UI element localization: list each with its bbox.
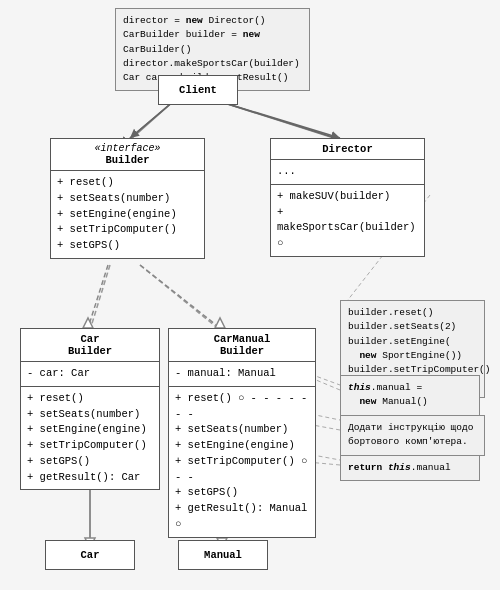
director-method-2: + makeSportsCar(builder) ○	[277, 205, 418, 252]
director-header: Director	[271, 139, 424, 160]
svg-line-2	[90, 265, 110, 330]
builder-method-1: + reset()	[57, 175, 198, 191]
note-line-2: CarBuilder builder = new CarBuilder()	[123, 28, 302, 57]
builder-header: «interface» Builder	[51, 139, 204, 171]
client-title: Client	[179, 84, 217, 96]
car-manual-builder-box: CarManualBuilder - manual: Manual + rese…	[168, 328, 316, 538]
note1-line2: builder.setSeats(2)	[348, 320, 477, 334]
car-builder-box: CarBuilder - car: Car + reset() + setSea…	[20, 328, 160, 490]
svg-marker-19	[215, 318, 225, 328]
director-field: ...	[271, 160, 424, 185]
diagram: director = new Director() CarBuilder bui…	[0, 0, 500, 590]
director-methods: + makeSUV(builder) + makeSportsCar(build…	[271, 185, 424, 256]
svg-line-1	[215, 100, 340, 140]
cmb-method-1: + reset() ○ - - - - - - -	[175, 391, 309, 423]
note-line-3: director.makeSportsCar(builder)	[123, 57, 302, 71]
note2: this.manual = new Manual()	[340, 375, 480, 416]
manual-title: Manual	[204, 549, 242, 561]
note3-line1: Додати інструкцію щодо бортового комп'ют…	[348, 421, 477, 450]
note4-line1: return this.manual	[348, 461, 472, 475]
builder-method-2: + setSeats(number)	[57, 191, 198, 207]
car-manual-builder-title: CarManualBuilder	[175, 333, 309, 357]
svg-line-0	[130, 100, 175, 140]
car-builder-title: CarBuilder	[27, 333, 153, 357]
car-title: Car	[81, 549, 100, 561]
cb-method-2: + setSeats(number)	[27, 407, 153, 423]
cb-method-4: + setTripComputer()	[27, 438, 153, 454]
manual-box: Manual	[178, 540, 268, 570]
builder-method-5: + setGPS()	[57, 238, 198, 254]
builder-method-4: + setTripComputer()	[57, 222, 198, 238]
cmb-method-5: + setGPS()	[175, 485, 309, 501]
builder-box: «interface» Builder + reset() + setSeats…	[50, 138, 205, 259]
cmb-method-2: + setSeats(number)	[175, 422, 309, 438]
builder-method-3: + setEngine(engine)	[57, 207, 198, 223]
cb-method-5: + setGPS()	[27, 454, 153, 470]
builder-title: Builder	[57, 154, 198, 166]
car-builder-field-1: - car: Car	[27, 366, 153, 382]
car-builder-fields: - car: Car	[21, 362, 159, 387]
car-manual-builder-methods: + reset() ○ - - - - - - - + setSeats(num…	[169, 387, 315, 537]
cb-method-3: + setEngine(engine)	[27, 422, 153, 438]
svg-marker-18	[83, 318, 93, 328]
car-box: Car	[45, 540, 135, 570]
note3: Додати інструкцію щодо бортового комп'ют…	[340, 415, 485, 456]
director-title: Director	[277, 143, 418, 155]
note2-line1: this.manual =	[348, 381, 472, 395]
note1-line3: builder.setEngine(	[348, 335, 477, 349]
cb-method-1: + reset()	[27, 391, 153, 407]
note2-line2: new Manual()	[348, 395, 472, 409]
builder-methods: + reset() + setSeats(number) + setEngine…	[51, 171, 204, 258]
car-builder-header: CarBuilder	[21, 329, 159, 362]
note-line-1: director = new Director()	[123, 14, 302, 28]
note1-line4: new SportEngine())	[348, 349, 477, 363]
cmb-method-6: + getResult(): Manual ○	[175, 501, 309, 533]
director-box: Director ... + makeSUV(builder) + makeSp…	[270, 138, 425, 257]
note4: return this.manual	[340, 455, 480, 481]
cmb-method-3: + setEngine(engine)	[175, 438, 309, 454]
car-builder-methods: + reset() + setSeats(number) + setEngine…	[21, 387, 159, 490]
client-box: Client	[158, 75, 238, 105]
cmb-field-1: - manual: Manual	[175, 366, 309, 382]
director-method-1: + makeSUV(builder)	[277, 189, 418, 205]
note1-line1: builder.reset()	[348, 306, 477, 320]
car-manual-builder-header: CarManualBuilder	[169, 329, 315, 362]
car-manual-builder-fields: - manual: Manual	[169, 362, 315, 387]
builder-stereotype: «interface»	[57, 143, 198, 154]
svg-line-3	[140, 265, 220, 330]
cmb-method-4: + setTripComputer() ○ - -	[175, 454, 309, 486]
cb-method-6: + getResult(): Car	[27, 470, 153, 486]
